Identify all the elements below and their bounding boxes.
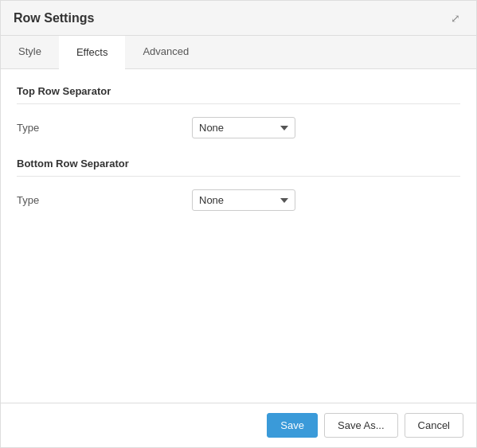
tab-effects[interactable]: Effects (59, 36, 126, 69)
bottom-type-label: Type (17, 194, 192, 206)
top-row-separator-title: Top Row Separator (17, 85, 460, 104)
tabs-bar: Style Effects Advanced (1, 36, 476, 69)
top-type-select[interactable]: None Wave Triangle Curve (192, 117, 295, 138)
expand-icon[interactable]: ⤢ (448, 10, 463, 26)
save-as-button[interactable]: Save As... (324, 413, 398, 438)
top-type-label: Type (17, 122, 192, 134)
bottom-row-separator-section: Bottom Row Separator Type None Wave Tria… (17, 158, 460, 211)
tab-style[interactable]: Style (1, 36, 59, 68)
panel: Row Settings ⤢ Style Effects Advanced To… (0, 0, 477, 448)
bottom-row-separator-title: Bottom Row Separator (17, 158, 460, 177)
cancel-button[interactable]: Cancel (405, 413, 463, 438)
panel-body: Top Row Separator Type None Wave Triangl… (1, 69, 476, 403)
save-button[interactable]: Save (267, 413, 318, 438)
panel-footer: Save Save As... Cancel (1, 403, 476, 447)
bottom-type-select[interactable]: None Wave Triangle Curve (192, 189, 295, 211)
bottom-type-field-row: Type None Wave Triangle Curve (17, 189, 460, 211)
bottom-type-control: None Wave Triangle Curve (192, 189, 460, 211)
top-type-control: None Wave Triangle Curve (192, 117, 460, 138)
top-row-separator-section: Top Row Separator Type None Wave Triangl… (17, 85, 460, 138)
panel-header: Row Settings ⤢ (1, 1, 476, 36)
panel-title: Row Settings (14, 11, 94, 25)
tab-advanced[interactable]: Advanced (125, 36, 206, 68)
top-type-field-row: Type None Wave Triangle Curve (17, 117, 460, 138)
